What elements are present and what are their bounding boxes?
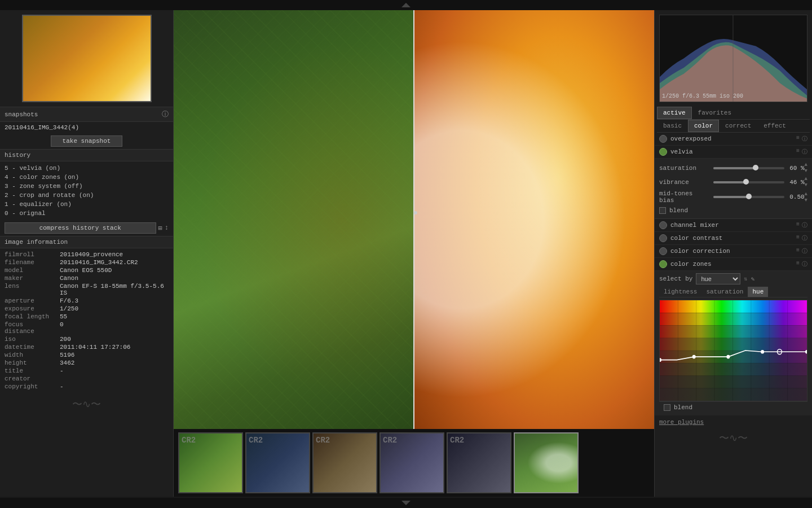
saturation-arrows[interactable]: ▲▼ — [805, 162, 807, 174]
saturation-thumb[interactable] — [753, 165, 758, 170]
filmstrip-thumb-3[interactable]: CR2 — [312, 432, 377, 493]
module-channel-mixer-settings-icon[interactable]: ≡ — [796, 221, 800, 229]
vibrance-arrows[interactable]: ▲▼ — [805, 176, 807, 188]
midtones-value: 0.50 — [788, 194, 805, 200]
midtones-thumb[interactable] — [746, 194, 752, 199]
color-zones-blend-label: blend — [674, 404, 692, 411]
control-point-2[interactable] — [692, 355, 696, 359]
eyedropper-icon[interactable]: ✎ — [751, 275, 754, 283]
vibrance-label: vibrance — [659, 179, 710, 186]
velvia-blend-checkbox[interactable] — [659, 207, 666, 214]
more-plugins-link[interactable]: more plugins — [655, 415, 812, 429]
bottom-arrow-icon[interactable] — [401, 501, 411, 505]
filmstrip-thumb-4[interactable]: CR2 — [379, 432, 444, 493]
module-overexposed[interactable]: overexposed ≡ ⓘ — [655, 133, 812, 146]
tab-active[interactable]: active — [657, 107, 692, 119]
top-arrow-icon[interactable] — [401, 3, 411, 7]
info-height: height 3462 — [5, 359, 169, 367]
module-color-correction-settings-icon[interactable]: ≡ — [796, 247, 800, 255]
module-color-zones-settings-icon[interactable]: ≡ — [796, 260, 800, 268]
tab-color[interactable]: color — [688, 120, 719, 132]
vibrance-slider-row: vibrance 46 % ▲▼ — [659, 176, 807, 188]
snapshots-info-icon[interactable]: ⓘ — [162, 110, 169, 119]
right-panel: 1/250 f/6.3 55mm iso 200 active favorite… — [654, 10, 812, 497]
module-overexposed-settings-icon[interactable]: ≡ — [796, 135, 800, 143]
snapshots-title: snapshots — [5, 111, 38, 118]
info-copyright: copyright - — [5, 383, 169, 391]
module-color-zones-icons: ≡ ⓘ — [796, 260, 807, 268]
filmstrip-thumb-5[interactable]: CR2 — [447, 432, 511, 493]
bottom-bar — [0, 498, 812, 508]
module-velvia-info-icon[interactable]: ⓘ — [802, 148, 807, 156]
zones-tab-lightness[interactable]: lightness — [659, 287, 701, 297]
info-lens: lens Canon EF-S 18-55mm f/3.5-5.6 IS — [5, 282, 169, 297]
midtones-arrows[interactable]: ▲▼ — [805, 191, 807, 203]
module-color-contrast-toggle[interactable] — [659, 234, 667, 242]
history-item-0[interactable]: 0 - orignal — [5, 209, 169, 218]
module-channel-mixer-info-icon[interactable]: ⓘ — [802, 221, 807, 229]
control-point-3[interactable] — [726, 355, 730, 359]
info-title: title - — [5, 367, 169, 375]
image-info-panel: filmroll 20110409_provence filename 2011… — [0, 248, 173, 393]
vibrance-value: 46 % — [788, 179, 805, 186]
history-item-1[interactable]: 1 - equalizer (on) — [5, 200, 169, 209]
module-velvia-toggle[interactable] — [659, 148, 667, 156]
module-color-zones-toggle[interactable] — [659, 260, 667, 268]
saturation-value: 60 % — [788, 165, 805, 172]
module-overexposed-info-icon[interactable]: ⓘ — [802, 135, 807, 143]
history-item-2[interactable]: 2 - crop and rotate (on) — [5, 191, 169, 200]
info-creator: creator — [5, 375, 169, 383]
module-color-zones[interactable]: color zones ≡ ⓘ — [655, 258, 812, 271]
module-color-correction[interactable]: color correction ≡ ⓘ — [655, 245, 812, 258]
module-color-contrast-info-icon[interactable]: ⓘ — [802, 234, 807, 242]
thumbnail-container — [22, 15, 152, 102]
module-velvia-settings-icon[interactable]: ≡ — [796, 148, 800, 156]
main-layout: snapshots ⓘ 20110416_IMG_3442(4) take sn… — [0, 10, 812, 497]
module-channel-mixer[interactable]: channel mixer ≡ ⓘ — [655, 219, 812, 232]
vibrance-thumb[interactable] — [743, 179, 749, 185]
vibrance-track[interactable] — [713, 181, 784, 183]
history-item-3[interactable]: 3 - zone system (off) — [5, 182, 169, 191]
compress-icon-1[interactable]: ⊞ — [158, 224, 162, 233]
split-line[interactable] — [413, 10, 414, 429]
filmstrip-thumb-2[interactable]: CR2 — [245, 432, 310, 493]
tab-favorites[interactable]: favorites — [692, 107, 738, 119]
compress-icon-2[interactable]: ↕ — [165, 224, 169, 232]
svg-rect-6 — [660, 351, 807, 363]
history-item-5[interactable]: 5 - velvia (on) — [5, 164, 169, 173]
midtones-label: mid-tones bias — [659, 190, 710, 204]
module-channel-mixer-label: channel mixer — [670, 222, 796, 229]
module-color-correction-toggle[interactable] — [659, 247, 667, 255]
zones-tab-hue[interactable]: hue — [748, 287, 768, 297]
color-zones-svg[interactable] — [660, 300, 807, 401]
select-by-arrows[interactable]: ⇅ — [744, 275, 747, 282]
zones-tab-saturation[interactable]: saturation — [701, 287, 748, 297]
filmstrip-thumb-1[interactable]: CR2 — [178, 432, 243, 493]
midtones-track[interactable] — [713, 196, 784, 198]
info-width: width 5196 — [5, 351, 169, 359]
select-by-dropdown[interactable]: hue saturation lightness — [696, 273, 740, 284]
take-snapshot-button[interactable]: take snapshot — [51, 135, 123, 147]
module-color-contrast-settings-icon[interactable]: ≡ — [796, 234, 800, 242]
module-color-correction-info-icon[interactable]: ⓘ — [802, 247, 807, 255]
module-overexposed-toggle[interactable] — [659, 135, 667, 143]
tab-effect[interactable]: effect — [757, 120, 792, 132]
module-color-correction-label: color correction — [670, 248, 796, 255]
module-color-zones-info-icon[interactable]: ⓘ — [802, 260, 807, 268]
image-info-header: image information — [0, 236, 173, 248]
control-point-4[interactable] — [761, 350, 764, 354]
color-zones-blend-row: blend — [659, 401, 807, 413]
module-channel-mixer-toggle[interactable] — [659, 221, 667, 229]
filmstrip-thumb-6-active[interactable] — [514, 432, 579, 493]
module-color-contrast[interactable]: color contrast ≡ ⓘ — [655, 232, 812, 245]
color-zones-blend-checkbox[interactable] — [664, 404, 670, 411]
saturation-track[interactable] — [713, 167, 784, 169]
film-thumb-label-1: CR2 — [182, 436, 196, 445]
module-velvia[interactable]: velvia ≡ ⓘ — [655, 146, 812, 159]
compress-history-button[interactable]: compress history stack — [5, 222, 156, 234]
info-model: model Canon EOS 550D — [5, 266, 169, 274]
history-item-4[interactable]: 4 - color zones (on) — [5, 173, 169, 182]
tab-correct[interactable]: correct — [719, 120, 757, 132]
tab-basic[interactable]: basic — [657, 120, 688, 132]
snapshot-name: 20110416_IMG_3442(4) — [0, 122, 173, 133]
